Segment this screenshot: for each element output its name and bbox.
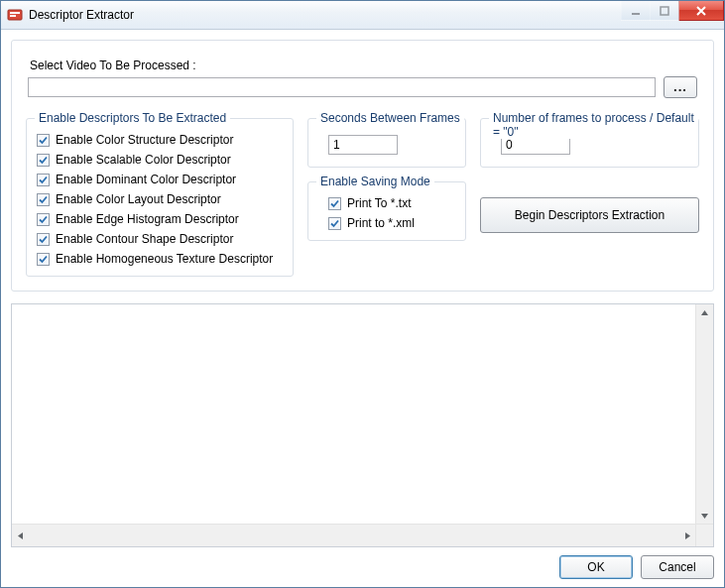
svg-rect-1 (10, 12, 20, 14)
checkbox-icon[interactable] (37, 174, 50, 186)
window-controls (622, 1, 724, 21)
app-icon (7, 7, 23, 23)
checkbox-label: Enable Dominant Color Descriptor (56, 173, 236, 186)
descriptors-group: Enable Descriptors To Be Extracted Enabl… (26, 118, 294, 277)
checkbox-label: Enable Contour Shape Descriptor (56, 232, 233, 246)
descriptor-checkbox-1[interactable]: Enable Scalable Color Descriptor (37, 153, 283, 167)
svg-rect-3 (632, 13, 640, 15)
checkbox-icon[interactable] (37, 154, 50, 167)
checkbox-label: Print to *.xml (347, 216, 415, 230)
window-title: Descriptor Extractor (29, 8, 134, 22)
video-label: Select Video To Be Processed : (30, 59, 697, 72)
checkbox-label: Enable Color Layout Descriptor (56, 192, 221, 206)
video-path-input[interactable] (28, 77, 656, 97)
dialog-button-row: OK Cancel (11, 555, 714, 579)
checkbox-label: Enable Color Structure Descriptor (56, 133, 233, 147)
vertical-scrollbar[interactable] (695, 304, 713, 525)
checkbox-label: Enable Edge Histogram Descriptor (56, 212, 239, 226)
scroll-left-icon[interactable] (12, 525, 29, 546)
saving-group: Enable Saving Mode Print To *.txtPrint t… (307, 181, 466, 241)
descriptor-checkbox-0[interactable]: Enable Color Structure Descriptor (37, 133, 283, 147)
checkbox-label: Print To *.txt (347, 196, 411, 210)
descriptor-checkbox-4[interactable]: Enable Edge Histogram Descriptor (37, 212, 283, 226)
saving-checkbox-1[interactable]: Print to *.xml (328, 216, 455, 230)
checkbox-icon[interactable] (37, 193, 50, 206)
browse-button[interactable]: ... (664, 76, 697, 98)
scroll-right-icon[interactable] (679, 525, 696, 546)
cancel-button[interactable]: Cancel (641, 555, 714, 579)
maximize-button[interactable] (650, 1, 679, 21)
descriptor-checkbox-6[interactable]: Enable Homogeneous Texture Descriptor (37, 252, 283, 266)
dialog-window: Descriptor Extractor Select Video To Be … (0, 0, 725, 588)
descriptor-checkbox-5[interactable]: Enable Contour Shape Descriptor (37, 232, 283, 246)
checkbox-icon[interactable] (328, 197, 341, 210)
checkbox-icon[interactable] (37, 253, 50, 266)
descriptor-checkbox-2[interactable]: Enable Dominant Color Descriptor (37, 173, 283, 186)
svg-rect-2 (10, 15, 16, 17)
descriptors-legend: Enable Descriptors To Be Extracted (35, 111, 230, 125)
output-textbox[interactable] (11, 303, 714, 547)
scrollbar-corner (695, 524, 713, 546)
close-button[interactable] (678, 1, 724, 21)
scroll-up-icon[interactable] (696, 304, 713, 321)
seconds-input[interactable] (328, 135, 398, 155)
checkbox-label: Enable Homogeneous Texture Descriptor (56, 252, 273, 266)
ok-button[interactable]: OK (559, 555, 633, 579)
client-area: Select Video To Be Processed : ... Enabl… (1, 30, 724, 587)
minimize-button[interactable] (621, 1, 651, 21)
frames-group: Number of frames to process / Default = … (480, 118, 699, 168)
checkbox-label: Enable Scalable Color Descriptor (56, 153, 231, 167)
scroll-down-icon[interactable] (696, 508, 713, 525)
seconds-legend: Seconds Between Frames (316, 111, 464, 125)
begin-extraction-button[interactable]: Begin Descriptors Extraction (480, 197, 699, 233)
saving-checkbox-0[interactable]: Print To *.txt (328, 196, 455, 210)
title-bar: Descriptor Extractor (1, 1, 724, 30)
video-section: Select Video To Be Processed : ... (26, 55, 699, 108)
horizontal-scrollbar[interactable] (12, 524, 696, 546)
seconds-group: Seconds Between Frames (307, 118, 466, 168)
checkbox-icon[interactable] (37, 233, 50, 246)
main-group: Select Video To Be Processed : ... Enabl… (11, 40, 714, 292)
descriptor-checkbox-3[interactable]: Enable Color Layout Descriptor (37, 192, 283, 206)
checkbox-icon[interactable] (328, 217, 341, 230)
frames-legend: Number of frames to process / Default = … (489, 111, 698, 139)
svg-rect-4 (661, 7, 668, 15)
checkbox-icon[interactable] (37, 213, 50, 226)
saving-legend: Enable Saving Mode (316, 175, 434, 188)
checkbox-icon[interactable] (37, 134, 50, 147)
